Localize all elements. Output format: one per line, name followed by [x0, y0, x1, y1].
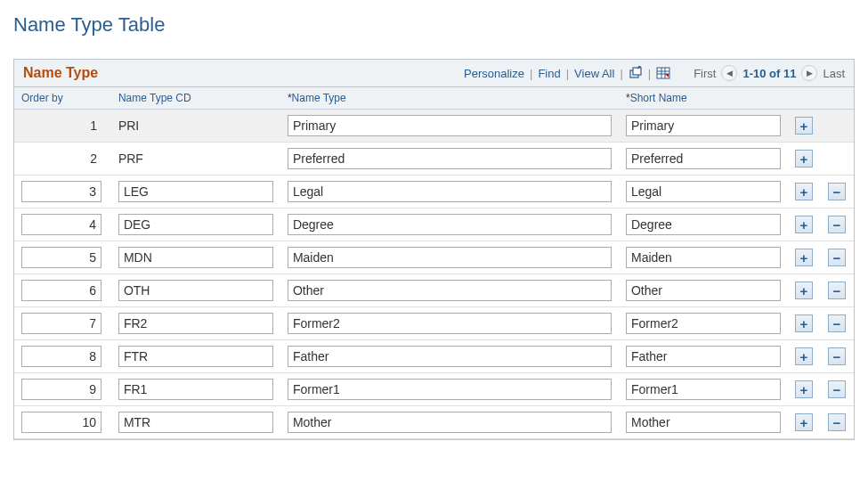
add-row-button[interactable]: +: [795, 314, 813, 332]
order-input[interactable]: [21, 313, 101, 334]
grid-container: Name Type Personalize | Find | View All …: [13, 59, 855, 440]
name-type-cd-value: PRI: [118, 116, 273, 135]
name-type-input[interactable]: [288, 148, 612, 169]
order-input[interactable]: [21, 412, 101, 433]
separator: |: [530, 67, 532, 80]
delete-row-button[interactable]: −: [828, 347, 846, 365]
order-input[interactable]: [21, 247, 101, 268]
nav-first-label[interactable]: First: [694, 67, 716, 80]
col-header-nametype: *Name Type: [280, 87, 619, 110]
order-value: 1: [21, 116, 101, 135]
sort-short-name[interactable]: Short Name: [630, 92, 687, 104]
name-type-input[interactable]: [288, 412, 612, 433]
zoom-icon[interactable]: [629, 66, 643, 80]
name-type-input[interactable]: [288, 214, 612, 235]
download-icon[interactable]: [656, 66, 670, 80]
short-name-input[interactable]: [626, 247, 781, 268]
table-row: +−: [14, 241, 854, 274]
nav-controls: First ◀ 1-10 of 11 ▶ Last: [694, 65, 845, 81]
table-row: +−: [14, 208, 854, 241]
table-row: 1PRI+: [14, 110, 854, 143]
table-row: +−: [14, 274, 854, 307]
order-input[interactable]: [21, 214, 101, 235]
name-type-input[interactable]: [288, 181, 612, 202]
short-name-input[interactable]: [626, 346, 781, 367]
name-type-cd-input[interactable]: [118, 379, 273, 400]
svg-rect-2: [657, 68, 669, 78]
short-name-input[interactable]: [626, 214, 781, 235]
table-row: +−: [14, 373, 854, 406]
name-type-input[interactable]: [288, 247, 612, 268]
add-row-button[interactable]: +: [795, 413, 813, 431]
add-row-button[interactable]: +: [795, 347, 813, 365]
next-page-button[interactable]: ▶: [801, 65, 817, 81]
short-name-input[interactable]: [626, 379, 781, 400]
table-row: 2PRF+: [14, 143, 854, 176]
add-row-button[interactable]: +: [795, 183, 813, 200]
short-name-input[interactable]: [626, 181, 781, 202]
name-type-cd-input[interactable]: [118, 181, 273, 202]
short-name-input[interactable]: [626, 115, 781, 136]
delete-row-button[interactable]: −: [828, 380, 846, 398]
page-title: Name Type Table: [13, 13, 855, 37]
delete-row-button[interactable]: −: [828, 183, 846, 200]
add-row-button[interactable]: +: [795, 150, 813, 167]
svg-rect-1: [633, 68, 641, 75]
col-header-cd: Name Type CD: [111, 87, 280, 110]
name-type-cd-input[interactable]: [118, 247, 273, 268]
delete-row-button[interactable]: −: [828, 249, 846, 266]
order-input[interactable]: [21, 379, 101, 400]
separator: |: [620, 67, 622, 80]
name-type-input[interactable]: [288, 379, 612, 400]
col-header-order: Order by: [14, 87, 111, 110]
order-input[interactable]: [21, 181, 101, 202]
delete-row-button[interactable]: −: [828, 282, 846, 299]
order-input[interactable]: [21, 346, 101, 367]
name-type-input[interactable]: [288, 115, 612, 136]
short-name-input[interactable]: [626, 412, 781, 433]
short-name-input[interactable]: [626, 148, 781, 169]
name-type-cd-input[interactable]: [118, 214, 273, 235]
sort-name-type-cd[interactable]: Name Type CD: [118, 92, 191, 104]
nav-last-label[interactable]: Last: [823, 67, 845, 80]
sort-order-by[interactable]: Order by: [21, 92, 63, 104]
add-row-button[interactable]: +: [795, 380, 813, 398]
find-link[interactable]: Find: [538, 67, 560, 80]
name-type-cd-input[interactable]: [118, 280, 273, 301]
add-row-button[interactable]: +: [795, 117, 813, 135]
prev-page-button[interactable]: ◀: [721, 65, 737, 81]
table-row: +−: [14, 340, 854, 373]
name-type-input[interactable]: [288, 346, 612, 367]
col-header-shortname: *Short Name: [619, 87, 788, 110]
grid-title: Name Type: [23, 65, 98, 81]
personalize-link[interactable]: Personalize: [464, 67, 524, 80]
sort-name-type[interactable]: Name Type: [292, 92, 346, 104]
name-type-cd-input[interactable]: [118, 346, 273, 367]
name-type-cd-input[interactable]: [118, 313, 273, 334]
view-all-link[interactable]: View All: [574, 67, 614, 80]
table-row: +−: [14, 307, 854, 340]
grid-header: Name Type Personalize | Find | View All …: [14, 60, 854, 87]
separator: |: [566, 67, 569, 80]
col-header-delete: [821, 87, 854, 110]
name-type-grid: Order by Name Type CD *Name Type *Short …: [14, 87, 854, 439]
delete-row-button[interactable]: −: [828, 413, 846, 431]
grid-controls: Personalize | Find | View All | | First …: [464, 65, 845, 81]
add-row-button[interactable]: +: [795, 249, 813, 266]
col-header-add: [788, 87, 821, 110]
delete-row-button[interactable]: −: [828, 314, 846, 332]
delete-row-button[interactable]: −: [828, 216, 846, 233]
add-row-button[interactable]: +: [795, 282, 813, 299]
name-type-input[interactable]: [288, 313, 612, 334]
nav-range[interactable]: 1-10 of 11: [742, 67, 796, 80]
table-row: +−: [14, 176, 854, 208]
order-value: 2: [21, 149, 101, 168]
separator: |: [648, 67, 651, 80]
name-type-cd-input[interactable]: [118, 412, 273, 433]
add-row-button[interactable]: +: [795, 216, 813, 233]
order-input[interactable]: [21, 280, 101, 301]
name-type-input[interactable]: [288, 280, 612, 301]
short-name-input[interactable]: [626, 313, 781, 334]
name-type-cd-value: PRF: [118, 149, 273, 168]
short-name-input[interactable]: [626, 280, 781, 301]
